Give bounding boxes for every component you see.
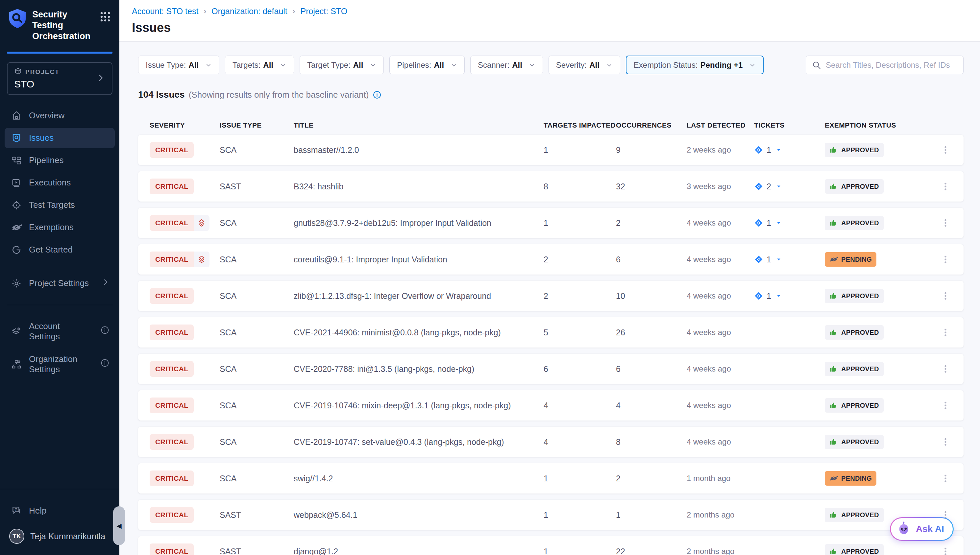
issues-summary: 104 Issues (Showing results only from th… <box>138 90 964 100</box>
breadcrumb-separator: › <box>293 7 295 16</box>
severity-badge: CRITICAL <box>150 252 210 267</box>
sidebar-item-overview[interactable]: Overview <box>5 106 115 126</box>
issue-row[interactable]: CRITICALSCACVE-2021-44906: minimist@0.0.… <box>138 317 964 348</box>
sidebar-item-get-started[interactable]: Get Started <box>5 240 115 260</box>
breadcrumb-link[interactable]: Project: STO <box>300 6 347 16</box>
caret-down-icon[interactable] <box>776 257 782 262</box>
exemption-status-badge: APPROVED <box>825 289 884 303</box>
row-menu-button[interactable] <box>936 181 955 191</box>
row-menu-button[interactable] <box>936 547 955 555</box>
occurrences: 6 <box>616 255 686 264</box>
severity-label: CRITICAL <box>150 142 194 158</box>
caret-down-icon[interactable] <box>776 183 782 189</box>
sidebar-item-exemptions[interactable]: Exemptions <box>5 217 115 238</box>
row-menu-button[interactable] <box>936 291 955 301</box>
exemption-status-label: APPROVED <box>841 548 879 555</box>
user-menu[interactable]: TK Teja Kummarikuntla <box>5 525 115 545</box>
filter-severity[interactable]: Severity:All <box>549 56 620 74</box>
issue-row[interactable]: CRITICALSCACVE-2019-10747: set-value@0.4… <box>138 427 964 457</box>
sidebar-item-label: Organization Settings <box>29 354 93 374</box>
last-detected: 4 weeks ago <box>686 255 754 264</box>
app-title: Security Testing Orchestration <box>32 8 94 42</box>
issue-row[interactable]: CRITICALSASTwebpack@5.64.1112 months ago… <box>138 500 964 530</box>
sidebar-item-test-targets[interactable]: Test Targets <box>5 195 115 215</box>
filter-issue-type[interactable]: Issue Type:All <box>138 56 219 74</box>
row-menu-button[interactable] <box>936 145 955 155</box>
exemption-status-badge: APPROVED <box>825 362 884 376</box>
issue-row[interactable]: CRITICALSCAcoreutils@9.1-1: Improper Inp… <box>138 244 964 274</box>
sidebar-item-help[interactable]: ?Help <box>5 500 115 521</box>
filter-pipelines[interactable]: Pipelines:All <box>389 56 465 74</box>
caret-down-icon[interactable] <box>776 147 782 153</box>
exemption-status-badge: APPROVED <box>825 508 884 522</box>
row-menu-button[interactable] <box>936 364 955 374</box>
sidebar-item-label: Test Targets <box>29 200 75 210</box>
settings-wrap: Account SettingsOrganization Settings <box>0 316 119 379</box>
chevron-down-icon <box>370 62 376 68</box>
exemption-status-label: APPROVED <box>841 365 879 373</box>
issue-title: webpack@5.64.1 <box>294 510 544 520</box>
issue-row[interactable]: CRITICALSASTdjango@1.21222 months agoAPP… <box>138 536 964 555</box>
chevron-down-icon <box>606 62 613 68</box>
layers-gear-icon <box>11 326 22 337</box>
issue-row[interactable]: CRITICALSCAbassmaster//1.2.0192 weeks ag… <box>138 135 964 165</box>
caret-down-icon[interactable] <box>776 220 782 226</box>
sidebar-item-issues[interactable]: Issues <box>5 128 115 148</box>
tickets-cell[interactable]: 1 <box>754 145 825 155</box>
filter-scanner[interactable]: Scanner:All <box>470 56 543 74</box>
project-selector[interactable]: PROJECT STO <box>7 62 112 95</box>
issue-title: CVE-2020-7788: ini@1.3.5 (lang-pkgs, nod… <box>294 364 544 374</box>
row-menu-button[interactable] <box>936 437 955 447</box>
filter-label: Issue Type: <box>146 61 186 70</box>
column-header: ISSUE TYPE <box>220 121 294 129</box>
filter-targets[interactable]: Targets:All <box>225 56 294 74</box>
chevron-down-icon <box>749 62 756 68</box>
exemption-status-badge: APPROVED <box>825 143 884 157</box>
breadcrumb-link[interactable]: Account: STO test <box>132 6 198 16</box>
row-menu-button[interactable] <box>936 218 955 228</box>
filter-exemption-status[interactable]: Exemption Status:Pending +1 <box>626 56 763 74</box>
targets-impacted: 4 <box>544 401 616 410</box>
search-input[interactable] <box>826 61 957 70</box>
row-menu-button[interactable] <box>936 327 955 337</box>
filter-target-type[interactable]: Target Type:All <box>300 56 384 74</box>
tickets-cell[interactable]: 1 <box>754 291 825 301</box>
last-detected: 4 weeks ago <box>686 437 754 446</box>
row-menu-button[interactable] <box>936 255 955 264</box>
issues-table: CRITICALSCAbassmaster//1.2.0192 weeks ag… <box>138 135 964 555</box>
last-detected: 4 weeks ago <box>686 401 754 410</box>
sidebar-item-project-settings[interactable]: Project Settings <box>5 273 115 294</box>
main-area: Account: STO test›Organization: default›… <box>119 0 980 555</box>
module-grid-icon[interactable] <box>99 8 111 24</box>
targets-impacted: 8 <box>544 182 616 191</box>
tickets-cell[interactable]: 2 <box>754 182 825 191</box>
sidebar-collapse-handle[interactable]: ◀ <box>113 506 125 545</box>
caret-down-icon[interactable] <box>776 293 782 299</box>
severity-badge: CRITICAL <box>150 470 194 486</box>
filter-label: Severity: <box>556 61 587 70</box>
sidebar-item-executions[interactable]: Executions <box>5 173 115 193</box>
row-menu-button[interactable] <box>936 401 955 410</box>
issue-row[interactable]: CRITICALSASTB324: hashlib8323 weeks ago2… <box>138 171 964 202</box>
info-icon[interactable] <box>372 90 382 99</box>
issue-row[interactable]: CRITICALSCAswig//1.4.2121 month agoPENDI… <box>138 463 964 494</box>
issue-title: CVE-2019-10747: set-value@0.4.3 (lang-pk… <box>294 437 544 447</box>
issue-title: zlib@1:1.2.13.dfsg-1: Integer Overflow o… <box>294 291 544 301</box>
tickets-cell[interactable]: 1 <box>754 218 825 228</box>
severity-label: CRITICAL <box>150 507 194 523</box>
issue-row[interactable]: CRITICALSCACVE-2020-7788: ini@1.3.5 (lan… <box>138 354 964 384</box>
severity-cell: CRITICAL <box>150 324 220 340</box>
tickets-cell[interactable]: 1 <box>754 255 825 264</box>
sidebar-item-pipelines[interactable]: Pipelines <box>5 150 115 171</box>
sidebar-item-organization-settings[interactable]: Organization Settings <box>5 349 115 379</box>
severity-badge: CRITICAL <box>150 288 194 304</box>
ask-ai-button[interactable]: Ask AI <box>890 517 954 541</box>
issue-row[interactable]: CRITICALSCAzlib@1:1.2.13.dfsg-1: Integer… <box>138 281 964 311</box>
issue-row[interactable]: CRITICALSCAgnutls28@3.7.9-2+deb12u5: Imp… <box>138 208 964 238</box>
sidebar-item-account-settings[interactable]: Account Settings <box>5 316 115 346</box>
exemption-status-label: APPROVED <box>841 329 879 336</box>
row-menu-button[interactable] <box>936 473 955 483</box>
sto-shield-logo-icon <box>8 8 27 29</box>
issue-row[interactable]: CRITICALSCACVE-2019-10746: mixin-deep@1.… <box>138 390 964 420</box>
breadcrumb-link[interactable]: Organization: default <box>212 6 287 16</box>
